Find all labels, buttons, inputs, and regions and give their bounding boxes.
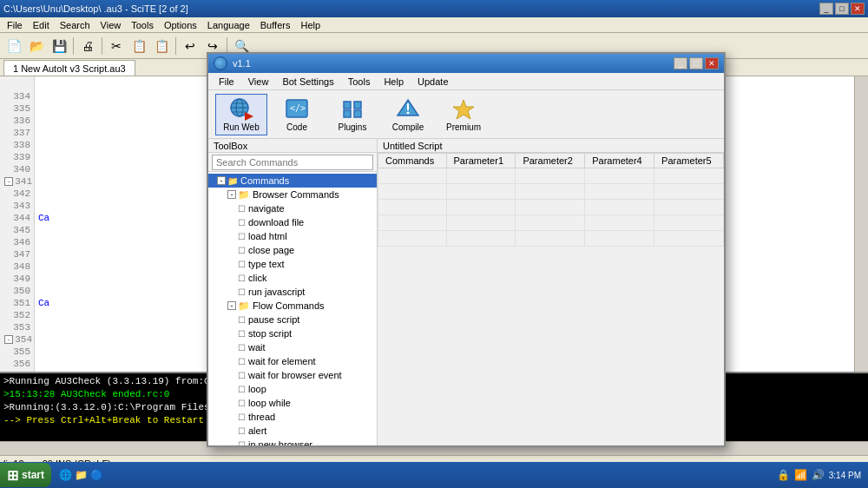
menu-search[interactable]: Search xyxy=(55,19,95,31)
col-parameter1: Parameter1 xyxy=(446,154,516,168)
script-table: Commands Parameter1 Parameter2 Parameter… xyxy=(378,153,724,247)
item-icon-wait: ☐ xyxy=(238,343,246,353)
taskbar-tray: 🔒 📶 🔊 3:14 PM xyxy=(770,468,868,482)
toolbar-separator-2 xyxy=(102,37,102,55)
run-web-button[interactable]: Run Web xyxy=(215,94,267,135)
menu-buffers[interactable]: Buffers xyxy=(255,19,296,31)
tree-label-wait-for-element: wait for element xyxy=(248,356,316,366)
tree-label-alert: alert xyxy=(248,425,266,436)
svg-marker-15 xyxy=(453,100,474,119)
tree-item-wait-for-element[interactable]: ☐ wait for element xyxy=(208,354,377,368)
premium-icon xyxy=(450,96,477,121)
paste-button[interactable]: 📋 xyxy=(151,36,172,56)
menu-view[interactable]: View xyxy=(95,19,127,31)
cut-button[interactable]: ✂ xyxy=(106,36,127,56)
tray-icon-security[interactable]: 🔒 xyxy=(777,468,791,482)
plugins-label: Plugins xyxy=(339,122,367,132)
tree-item-navigate[interactable]: ☐ navigate xyxy=(208,201,377,215)
popup-minimize-button[interactable]: _ xyxy=(674,57,687,69)
popup-menu-file[interactable]: File xyxy=(212,75,241,89)
tree-item-thread[interactable]: ☐ thread xyxy=(208,410,377,424)
item-icon-wait-for-browser-event: ☐ xyxy=(238,371,246,380)
toolbox-panel: ToolBox - 📁 Commands - 📁 xyxy=(208,139,378,445)
print-button[interactable]: 🖨 xyxy=(77,36,98,56)
plugins-icon xyxy=(339,96,366,121)
tray-icon-network[interactable]: 📶 xyxy=(794,468,808,482)
tray-icon-volume[interactable]: 🔊 xyxy=(812,468,825,482)
menu-tools[interactable]: Tools xyxy=(126,19,159,31)
popup-menu-update[interactable]: Update xyxy=(411,75,455,89)
tree-item-stop-script[interactable]: ☐ stop script xyxy=(208,326,377,340)
expand-icon-flow[interactable]: - xyxy=(227,301,236,310)
tree-root-commands[interactable]: - 📁 Commands xyxy=(208,174,377,188)
popup-menu-tools[interactable]: Tools xyxy=(341,75,378,89)
tree-item-close-page[interactable]: ☐ close page xyxy=(208,243,377,257)
vertical-scrollbar[interactable] xyxy=(854,76,868,372)
undo-button[interactable]: ↩ xyxy=(180,36,201,56)
maximize-button[interactable]: □ xyxy=(835,3,849,15)
copy-button[interactable]: 📋 xyxy=(128,36,149,56)
tree-label-flow-commands: Flow Commands xyxy=(253,300,325,311)
tree-label-loop: loop xyxy=(248,384,266,394)
tree-group-flow[interactable]: - 📁 Flow Commands xyxy=(208,299,377,313)
tree-item-click[interactable]: ☐ click xyxy=(208,271,377,285)
quicklaunch-app[interactable]: 🔵 xyxy=(89,468,103,482)
plugins-button[interactable]: Plugins xyxy=(326,94,378,135)
item-icon-type-text: ☐ xyxy=(238,260,246,269)
popup-menu-view[interactable]: View xyxy=(241,75,276,89)
tree-item-loop-while[interactable]: ☐ loop while xyxy=(208,396,377,410)
menu-file[interactable]: File xyxy=(2,19,28,31)
folder-icon-commands: 📁 xyxy=(227,176,238,186)
tree-item-run-javascript[interactable]: ☐ run javascript xyxy=(208,285,377,299)
script-grid[interactable]: Commands Parameter1 Parameter2 Parameter… xyxy=(378,153,724,445)
new-button[interactable]: 📄 xyxy=(3,36,24,56)
popup-menu-help[interactable]: Help xyxy=(377,75,411,89)
tree-item-type-text[interactable]: ☐ type text xyxy=(208,257,377,271)
expand-icon-browser[interactable]: - xyxy=(227,190,236,199)
save-button[interactable]: 💾 xyxy=(49,36,69,56)
tree-item-load-html[interactable]: ☐ load html xyxy=(208,229,377,243)
tree-label-browser-commands: Browser Commands xyxy=(253,189,339,200)
popup-close-button[interactable]: ✕ xyxy=(705,57,719,69)
toolbox-label: ToolBox xyxy=(208,139,377,153)
run-web-icon xyxy=(227,96,255,121)
svg-rect-8 xyxy=(344,102,351,109)
folder-icon-flow: 📁 xyxy=(238,300,250,312)
tree-item-download-file[interactable]: ☐ download file xyxy=(208,215,377,229)
expand-icon-commands[interactable]: - xyxy=(217,176,226,185)
open-button[interactable]: 📂 xyxy=(26,36,47,56)
tree-item-alert[interactable]: ☐ alert xyxy=(208,424,377,438)
tree-item-in-new-browser[interactable]: ☐ in new browser xyxy=(208,438,377,445)
popup-title-bar: v1.1 _ □ ✕ xyxy=(208,54,724,73)
menu-options[interactable]: Options xyxy=(159,19,202,31)
menu-edit[interactable]: Edit xyxy=(28,19,55,31)
table-row xyxy=(378,184,724,200)
tree-item-wait-for-browser-event[interactable]: ☐ wait for browser event xyxy=(208,368,377,382)
close-button[interactable]: ✕ xyxy=(851,3,865,15)
code-button[interactable]: </> Code xyxy=(271,94,323,135)
taskbar: ⊞ start 🌐 📁 🔵 🔒 📶 🔊 3:14 PM xyxy=(0,462,868,488)
quicklaunch-folder[interactable]: 📁 xyxy=(74,468,88,482)
tree-group-browser[interactable]: - 📁 Browser Commands xyxy=(208,188,377,201)
fold-marker-354[interactable]: - xyxy=(4,335,13,344)
search-commands-input[interactable] xyxy=(212,155,373,170)
tree-item-wait[interactable]: ☐ wait xyxy=(208,340,377,354)
menu-language[interactable]: Language xyxy=(202,19,255,31)
command-tree[interactable]: - 📁 Commands - 📁 Browser Commands ☐ navi… xyxy=(208,172,377,445)
fold-marker-341[interactable]: - xyxy=(4,177,13,186)
minimize-button[interactable]: _ xyxy=(819,3,833,15)
col-commands: Commands xyxy=(378,154,447,168)
tab-script[interactable]: 1 New AutoIt v3 Script.au3 xyxy=(3,60,135,76)
quicklaunch-ie[interactable]: 🌐 xyxy=(58,468,72,482)
popup-maximize-button[interactable]: □ xyxy=(689,57,703,69)
tree-label-stop-script: stop script xyxy=(248,328,292,339)
item-icon-click: ☐ xyxy=(238,274,246,283)
svg-marker-5 xyxy=(245,112,253,121)
tree-item-pause-script[interactable]: ☐ pause script xyxy=(208,313,377,326)
tree-item-loop[interactable]: ☐ loop xyxy=(208,382,377,396)
popup-menu-botsettings[interactable]: Bot Settings xyxy=(275,75,340,89)
premium-button[interactable]: Premium xyxy=(437,94,490,135)
start-button[interactable]: ⊞ start xyxy=(0,463,51,487)
compile-button[interactable]: Compile xyxy=(382,94,434,135)
menu-help[interactable]: Help xyxy=(295,19,326,31)
